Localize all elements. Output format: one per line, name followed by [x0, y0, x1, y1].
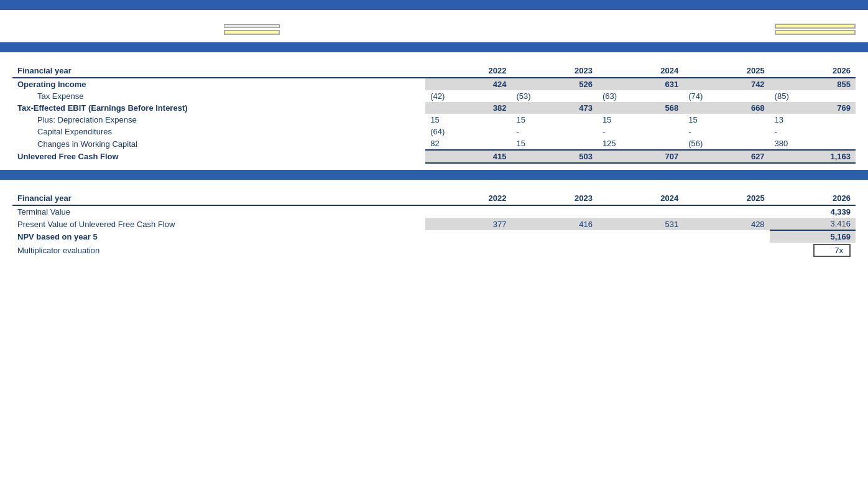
- fcf-indent-val-5-1: -: [512, 126, 598, 137]
- val-year-header-label: Financial year: [12, 192, 425, 205]
- multiple-method-row: [632, 30, 856, 35]
- fcf-row-6: Changes in Working Capital8215125(56)380: [12, 137, 856, 150]
- fcf-table: Financial year20222023202420252026Operat…: [12, 65, 856, 164]
- fcf-bold-val-3-4: 769: [770, 102, 856, 114]
- val-row-1: Terminal Value4,339: [12, 205, 856, 218]
- fcf-indent-val-6-2: 125: [598, 137, 683, 150]
- fcf-indent-label-2: Tax Expense: [12, 90, 425, 102]
- fcf-indent-val-6-0: 82: [425, 137, 511, 150]
- val-row-3: NPV based on year 55,169: [12, 230, 856, 243]
- fcf-indent-val-5-4: -: [770, 126, 856, 137]
- fcf-bold-val-3-3: 668: [683, 102, 769, 114]
- fcf-indent-val-5-2: -: [598, 126, 683, 137]
- pv-val-0: 377: [425, 218, 511, 230]
- wacc-rate-value[interactable]: [224, 30, 280, 35]
- terminal-val-2: [598, 205, 683, 218]
- terminal-method-value[interactable]: [775, 24, 856, 29]
- terminal-value-label: Terminal Value: [12, 205, 425, 218]
- fcf-bold-val-1-1: 526: [512, 78, 598, 90]
- pv-label: Present Value of Unlevered Free Cash Flo…: [12, 218, 425, 230]
- fcf-total-val-2: 707: [598, 150, 683, 163]
- fcf-indent-val-2-2: (63): [598, 90, 683, 102]
- fcf-indent-val-6-1: 15: [512, 137, 598, 150]
- fcf-year-header-label: Financial year: [12, 65, 425, 78]
- cost-of-capital-title: [0, 10, 868, 20]
- tax-rate-value[interactable]: [224, 24, 280, 28]
- fcf-indent-val-5-3: -: [683, 126, 769, 137]
- mult-val-2: [598, 243, 683, 258]
- val-year-2023: 2023: [512, 192, 598, 205]
- fcf-year-2022: 2022: [425, 65, 511, 78]
- fcf-header: [0, 42, 868, 52]
- fcf-total-val-1: 503: [512, 150, 598, 163]
- fcf-indent-val-6-4: 380: [770, 137, 856, 150]
- terminal-val-0: [425, 205, 511, 218]
- fcf-row-3: Tax-Effected EBIT (Earnings Before Inter…: [12, 102, 856, 114]
- fcf-indent-val-6-3: (56): [683, 137, 769, 150]
- fcf-bold-label-3: Tax-Effected EBIT (Earnings Before Inter…: [12, 102, 425, 114]
- fcf-indent-val-4-1: 15: [512, 114, 598, 126]
- tax-rate-row: [12, 24, 856, 29]
- terminal-method-row: [632, 24, 856, 29]
- valuation-table-container: Financial year20222023202420252026Termin…: [0, 190, 868, 264]
- val-year-2025: 2025: [683, 192, 769, 205]
- fcf-row-4: Plus: Depreciation Expense1515151513: [12, 114, 856, 126]
- val-year-2022: 2022: [425, 192, 511, 205]
- fcf-indent-label-6: Changes in Working Capital: [12, 137, 425, 150]
- npv-val-1: [512, 230, 598, 243]
- valuation-title: [0, 180, 868, 190]
- fcf-indent-val-4-3: 15: [683, 114, 769, 126]
- fcf-year-2026: 2026: [770, 65, 856, 78]
- fcf-title: [0, 52, 868, 62]
- pv-val-3: 428: [683, 218, 769, 230]
- fcf-total-val-4: 1,163: [770, 150, 856, 163]
- fcf-year-2023: 2023: [512, 65, 598, 78]
- wacc-header: [0, 0, 868, 10]
- val-year-2024: 2024: [598, 192, 683, 205]
- terminal-val-4: 4,339: [770, 205, 856, 218]
- npv-val-3: [683, 230, 769, 243]
- fcf-row-7: Unlevered Free Cash Flow4155037076271,16…: [12, 150, 856, 163]
- fcf-bold-val-1-0: 424: [425, 78, 511, 90]
- fcf-indent-val-5-0: (64): [425, 126, 511, 137]
- fcf-bold-label-1: Operating Income: [12, 78, 425, 90]
- fcf-row-5: Capital Expenditures(64)----: [12, 126, 856, 137]
- fcf-bold-val-1-3: 742: [683, 78, 769, 90]
- fcf-indent-val-4-0: 15: [425, 114, 511, 126]
- mult-label: Multiplicator evaluation: [12, 243, 425, 258]
- npv-label: NPV based on year 5: [12, 230, 425, 243]
- pv-val-4: 3,416: [770, 218, 856, 230]
- wacc-inputs: [0, 20, 868, 42]
- fcf-row-2: Tax Expense(42)(53)(63)(74)(85): [12, 90, 856, 102]
- fcf-bold-val-3-2: 568: [598, 102, 683, 114]
- val-row-2: Present Value of Unlevered Free Cash Flo…: [12, 218, 856, 230]
- fcf-year-2024: 2024: [598, 65, 683, 78]
- fcf-indent-val-2-4: (85): [770, 90, 856, 102]
- npv-val-2: [598, 230, 683, 243]
- valuation-table: Financial year20222023202420252026Termin…: [12, 192, 856, 258]
- multiple-method-value[interactable]: [775, 30, 856, 35]
- fcf-indent-val-2-1: (53): [512, 90, 598, 102]
- fcf-bold-val-3-0: 382: [425, 102, 511, 114]
- fcf-row-0: Financial year20222023202420252026: [12, 65, 856, 78]
- fcf-indent-val-4-2: 15: [598, 114, 683, 126]
- val-row-4: Multiplicator evaluation7x: [12, 243, 856, 258]
- terminal-val-1: [512, 205, 598, 218]
- mult-val-0: [425, 243, 511, 258]
- fcf-total-val-0: 415: [425, 150, 511, 163]
- fcf-bold-val-1-2: 631: [598, 78, 683, 90]
- val-row-0: Financial year20222023202420252026: [12, 192, 856, 205]
- mult-val-4[interactable]: 7x: [770, 243, 856, 258]
- fcf-total-val-3: 627: [683, 150, 769, 163]
- fcf-bold-val-1-4: 855: [770, 78, 856, 90]
- fcf-indent-val-4-4: 13: [770, 114, 856, 126]
- fcf-year-2025: 2025: [683, 65, 769, 78]
- npv-val-4: 5,169: [770, 230, 856, 243]
- fcf-bold-val-3-1: 473: [512, 102, 598, 114]
- mult-val-1: [512, 243, 598, 258]
- fcf-indent-label-5: Capital Expenditures: [12, 126, 425, 137]
- fcf-indent-label-4: Plus: Depreciation Expense: [12, 114, 425, 126]
- mult-val-3: [683, 243, 769, 258]
- fcf-table-container: Financial year20222023202420252026Operat…: [0, 62, 868, 170]
- fcf-indent-val-2-0: (42): [425, 90, 511, 102]
